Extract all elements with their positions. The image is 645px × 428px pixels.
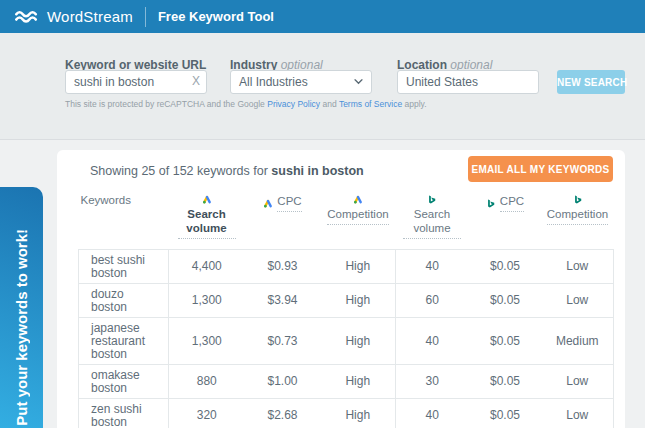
industry-selected-value: All Industries xyxy=(239,75,308,89)
column-header-bing-cpc[interactable]: CPC xyxy=(469,190,542,250)
search-form: Keyword or website URL X Industry option… xyxy=(0,33,645,140)
terms-of-service-link[interactable]: Terms of Service xyxy=(339,99,402,109)
table-header-row: Keywords Search volume xyxy=(79,190,614,250)
keywords-to-work-ribbon[interactable]: Put your keywords to work! xyxy=(0,187,43,428)
page-title: Free Keyword Tool xyxy=(158,9,274,24)
bing-volume-cell: 40 xyxy=(396,250,469,284)
email-all-my-keywords-button[interactable]: EMAIL ALL MY KEYWORDS xyxy=(468,156,613,182)
bing-volume-cell: 40 xyxy=(396,399,469,428)
results-header: Showing 25 of 152 keywords for sushi in … xyxy=(57,150,625,190)
bing-volume-cell: 60 xyxy=(396,284,469,318)
table-row: omakase boston 880 $1.00 High 30 $0.05 L… xyxy=(79,365,614,399)
column-header-google-competition[interactable]: Competition xyxy=(321,190,396,250)
google-competition-cell: High xyxy=(321,399,396,428)
column-header-google-search-volume[interactable]: Search volume xyxy=(169,190,245,250)
keyword-field-wrap: X xyxy=(65,70,207,94)
chevron-down-icon xyxy=(354,79,363,85)
google-cpc-cell: $1.00 xyxy=(245,365,321,399)
bing-competition-cell: Low xyxy=(542,250,614,284)
recaptcha-notice: This site is protected by reCAPTCHA and … xyxy=(65,99,427,109)
bing-competition-cell: Low xyxy=(542,399,614,428)
table-row: douzo boston 1,300 $3.94 High 60 $0.05 L… xyxy=(79,284,614,318)
keyword-cell: douzo boston xyxy=(79,284,169,318)
column-header-keywords: Keywords xyxy=(79,190,169,250)
keywords-table: Keywords Search volume xyxy=(78,190,614,428)
google-ads-icon xyxy=(263,198,273,208)
google-competition-cell: High xyxy=(321,284,396,318)
google-volume-cell: 1,300 xyxy=(169,284,245,318)
top-bar: WordStream Free Keyword Tool xyxy=(0,0,645,33)
wordstream-logo[interactable]: WordStream xyxy=(14,8,133,25)
bing-cpc-cell: $0.05 xyxy=(469,318,542,365)
bing-icon xyxy=(486,198,496,208)
table-row: best sushi boston 4,400 $0.93 High 40 $0… xyxy=(79,250,614,284)
google-volume-cell: 880 xyxy=(169,365,245,399)
bing-cpc-cell: $0.05 xyxy=(469,399,542,428)
ribbon-text: Put your keywords to work! xyxy=(13,229,30,428)
google-volume-cell: 1,300 xyxy=(169,318,245,365)
wordstream-wave-icon xyxy=(14,12,40,22)
google-cpc-cell: $3.94 xyxy=(245,284,321,318)
bing-icon xyxy=(573,194,583,204)
privacy-policy-link[interactable]: Privacy Policy xyxy=(267,99,320,109)
results-card: Showing 25 of 152 keywords for sushi in … xyxy=(57,150,625,428)
bing-competition-cell: Low xyxy=(542,284,614,318)
new-search-button[interactable]: NEW SEARCH xyxy=(557,70,625,94)
google-ads-icon xyxy=(353,194,363,204)
keyword-input[interactable] xyxy=(65,70,207,94)
column-header-bing-competition[interactable]: Competition xyxy=(542,190,614,250)
bing-icon xyxy=(427,194,437,204)
google-cpc-cell: $0.93 xyxy=(245,250,321,284)
bing-cpc-cell: $0.05 xyxy=(469,250,542,284)
keyword-cell: omakase boston xyxy=(79,365,169,399)
bing-cpc-cell: $0.05 xyxy=(469,284,542,318)
google-volume-cell: 320 xyxy=(169,399,245,428)
bing-cpc-cell: $0.05 xyxy=(469,365,542,399)
divider xyxy=(145,7,146,27)
search-query-text: sushi in boston xyxy=(271,164,363,178)
industry-select[interactable]: All Industries xyxy=(230,70,372,94)
location-input[interactable] xyxy=(397,70,539,94)
bing-competition-cell: Low xyxy=(542,365,614,399)
google-cpc-cell: $2.68 xyxy=(245,399,321,428)
google-ads-icon xyxy=(202,194,212,204)
keyword-cell: zen sushi boston xyxy=(79,399,169,428)
google-cpc-cell: $0.73 xyxy=(245,318,321,365)
table-row: zen sushi boston 320 $2.68 High 40 $0.05… xyxy=(79,399,614,428)
showing-results-text: Showing 25 of 152 keywords for sushi in … xyxy=(90,164,364,178)
clear-input-icon[interactable]: X xyxy=(192,74,200,88)
brand-name: WordStream xyxy=(47,8,133,25)
keyword-cell: japanese restaurant boston xyxy=(79,318,169,365)
google-competition-cell: High xyxy=(321,250,396,284)
google-competition-cell: High xyxy=(321,365,396,399)
google-volume-cell: 4,400 xyxy=(169,250,245,284)
bing-volume-cell: 30 xyxy=(396,365,469,399)
google-competition-cell: High xyxy=(321,318,396,365)
bing-competition-cell: Medium xyxy=(542,318,614,365)
table-row: japanese restaurant boston 1,300 $0.73 H… xyxy=(79,318,614,365)
column-header-bing-search-volume[interactable]: Search volume xyxy=(396,190,469,250)
bing-volume-cell: 40 xyxy=(396,318,469,365)
column-header-google-cpc[interactable]: CPC xyxy=(245,190,321,250)
keyword-cell: best sushi boston xyxy=(79,250,169,284)
